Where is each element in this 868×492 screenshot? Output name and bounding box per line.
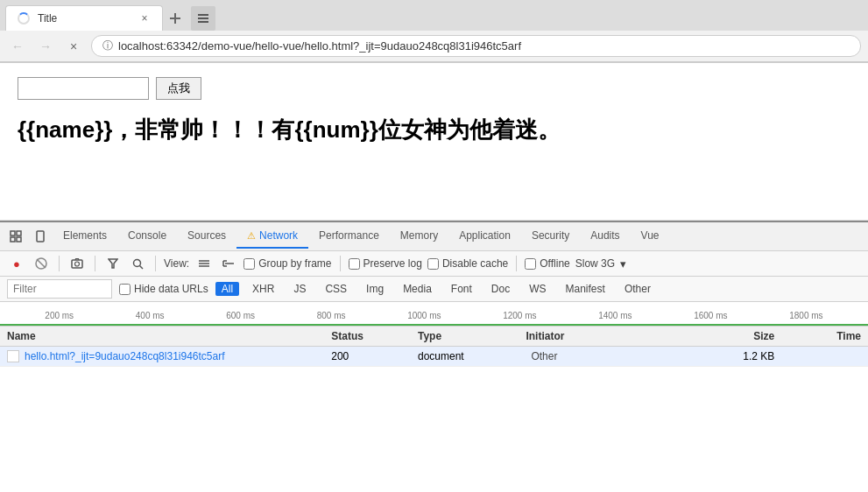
network-warn-icon: ⚠ (247, 230, 256, 242)
throttle-arrow[interactable]: ▾ (620, 257, 626, 271)
row-name: hello.html?_ijt=9udauo248cq8l31i946tc5ar… (7, 350, 331, 362)
tab-title: Title (38, 12, 131, 25)
svg-rect-5 (11, 231, 15, 235)
toolbar-sep-5 (516, 256, 517, 271)
filter-doc-button[interactable]: Doc (485, 282, 516, 296)
record-button[interactable]: ● (7, 254, 26, 273)
browser-chrome: Title × ← → × ⓘ localhost:63342/demo-vue… (0, 0, 868, 63)
tab-sources[interactable]: Sources (177, 224, 236, 249)
svg-rect-8 (17, 237, 21, 242)
devtools-panel: Elements Console Sources ⚠ Network Perfo… (0, 221, 868, 448)
filter-button[interactable] (103, 254, 123, 273)
svg-marker-14 (109, 259, 117, 268)
tab-close-button[interactable]: × (138, 11, 152, 25)
row-checkbox[interactable] (7, 350, 19, 362)
tab-spinner (18, 12, 30, 25)
list-view-button[interactable] (194, 254, 214, 273)
filter-img-button[interactable]: Img (360, 282, 390, 296)
screenshot-button[interactable] (67, 254, 87, 273)
svg-rect-4 (198, 21, 208, 23)
devtools-toolbar: ● View: Group by frame Preserve l (0, 251, 868, 277)
tab-network[interactable]: ⚠ Network (236, 224, 308, 249)
view-label: View: (164, 257, 189, 270)
filter-manifest-button[interactable]: Manifest (560, 282, 611, 296)
search-button[interactable] (128, 254, 147, 273)
active-tab[interactable]: Title × (5, 5, 163, 31)
devtools-icon-mobile[interactable] (28, 222, 53, 250)
timeline-tick-4: 800 ms (317, 311, 346, 320)
group-by-frame-checkbox[interactable]: Group by frame (243, 257, 331, 270)
header-status: Status (331, 330, 418, 342)
page-body-text: {{name}}，非常帅！！！有{{num}}位女神为他着迷。 (18, 114, 850, 145)
tab-bar: Title × (0, 0, 868, 31)
header-time: Time (774, 330, 861, 342)
address-bar: ← → × ⓘ localhost:63342/demo-vue/hello-v… (0, 31, 868, 62)
filter-other-button[interactable]: Other (618, 282, 657, 296)
tab-favicon (17, 11, 31, 25)
network-table-header: Name Status Type Initiator Size Time (0, 327, 868, 347)
timeline-tick-3: 600 ms (226, 311, 255, 320)
filter-css-button[interactable]: CSS (319, 282, 353, 296)
row-initiator: Other (526, 350, 688, 362)
tab-elements[interactable]: Elements (53, 224, 117, 249)
toolbar-sep-1 (59, 256, 60, 271)
filter-font-button[interactable]: Font (445, 282, 478, 296)
svg-rect-12 (72, 260, 82, 268)
page-input[interactable] (18, 77, 149, 100)
filter-xhr-button[interactable]: XHR (246, 282, 280, 296)
filter-bar: Hide data URLs All XHR JS CSS Img Media … (0, 277, 868, 302)
devtools-icon-cursor[interactable] (4, 222, 28, 250)
timeline-tick-7: 1400 ms (598, 311, 632, 320)
input-area: 点我 (18, 77, 850, 100)
stop-button[interactable] (32, 254, 51, 273)
svg-line-16 (139, 265, 143, 269)
hide-data-urls-checkbox[interactable]: Hide data URLs (119, 283, 208, 295)
url-security-icon: ⓘ (102, 39, 113, 53)
row-status: 200 (331, 350, 418, 362)
timeline-tick-8: 1600 ms (694, 311, 727, 320)
toolbar-sep-4 (340, 256, 341, 271)
preserve-log-checkbox[interactable]: Preserve log (349, 257, 422, 270)
tab-vue[interactable]: Vue (631, 224, 670, 249)
throttle-label: Slow 3G (575, 257, 615, 270)
new-tab-button[interactable] (163, 6, 187, 31)
row-size: 1.2 KB (688, 350, 775, 362)
svg-point-13 (75, 262, 80, 266)
tree-view-button[interactable] (219, 254, 238, 273)
timeline-tick-9: 1800 ms (789, 311, 822, 320)
filter-media-button[interactable]: Media (397, 282, 438, 296)
tab-performance[interactable]: Performance (308, 224, 390, 249)
tab-memory[interactable]: Memory (390, 224, 448, 249)
filter-js-button[interactable]: JS (287, 282, 312, 296)
url-text: localhost:63342/demo-vue/hello-vue/hello… (118, 39, 850, 53)
svg-rect-6 (17, 231, 21, 235)
tab-console[interactable]: Console (117, 224, 177, 249)
timeline-progress-line (0, 324, 868, 326)
tab-application[interactable]: Application (448, 224, 521, 249)
toolbar-sep-2 (95, 256, 95, 271)
filter-all-button[interactable]: All (215, 282, 239, 296)
svg-rect-7 (11, 237, 15, 242)
svg-point-15 (133, 259, 140, 266)
more-tabs-button[interactable] (191, 6, 215, 31)
tab-audits[interactable]: Audits (580, 224, 630, 249)
close-button[interactable]: × (63, 36, 84, 57)
disable-cache-checkbox[interactable]: Disable cache (427, 257, 508, 270)
timeline-tick-6: 1200 ms (503, 311, 536, 320)
svg-line-11 (37, 259, 46, 268)
table-row[interactable]: hello.html?_ijt=9udauo248cq8l31i946tc5ar… (0, 347, 868, 367)
svg-rect-2 (198, 14, 208, 16)
page-content: 点我 {{name}}，非常帅！！！有{{num}}位女神为他着迷。 (0, 63, 868, 221)
back-button[interactable]: ← (7, 36, 28, 57)
timeline-bar: 200 ms 400 ms 600 ms 800 ms 1000 ms 1200… (0, 302, 868, 327)
filter-ws-button[interactable]: WS (523, 282, 552, 296)
page-button[interactable]: 点我 (156, 77, 201, 100)
timeline-tick-1: 200 ms (45, 311, 74, 320)
filter-input[interactable] (7, 279, 112, 299)
url-bar[interactable]: ⓘ localhost:63342/demo-vue/hello-vue/hel… (91, 35, 861, 57)
tab-security[interactable]: Security (521, 224, 580, 249)
forward-button[interactable]: → (35, 36, 56, 57)
offline-checkbox[interactable]: Offline (525, 257, 569, 270)
header-type: Type (418, 330, 526, 342)
header-size: Size (688, 330, 775, 342)
